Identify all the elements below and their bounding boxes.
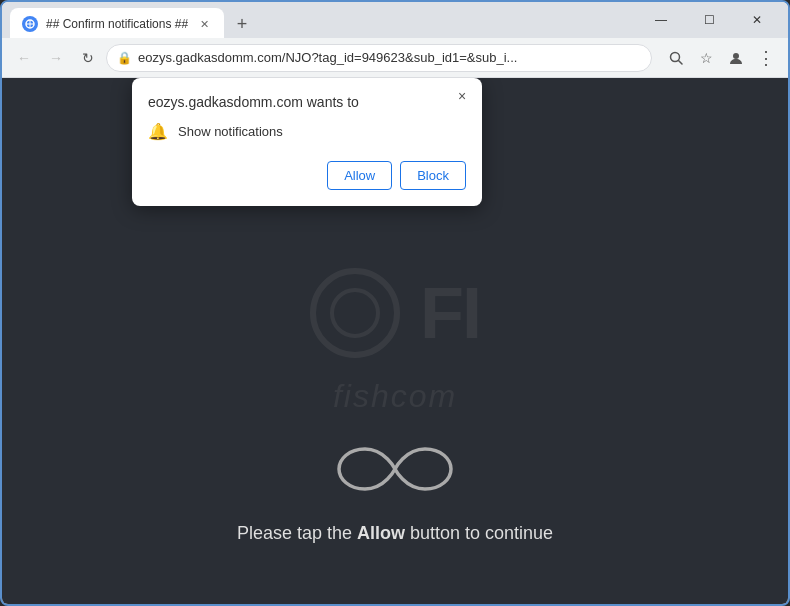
popup-close-button[interactable]: × (452, 86, 472, 106)
search-icon-button[interactable] (662, 44, 690, 72)
maximize-button[interactable]: ☐ (686, 4, 732, 36)
active-tab[interactable]: ## Confirm notifications ## ✕ (10, 8, 224, 38)
close-button[interactable]: ✕ (734, 4, 780, 36)
popup-notification-row: 🔔 Show notifications (148, 122, 466, 141)
back-button[interactable]: ← (10, 44, 38, 72)
block-button[interactable]: Block (400, 161, 466, 190)
tab-close-button[interactable]: ✕ (196, 16, 212, 32)
address-bar: ← → ↻ 🔒 eozys.gadkasdomm.com/NJO?tag_id=… (2, 38, 788, 78)
window-controls: — ☐ ✕ (638, 4, 780, 36)
address-actions: ☆ ⋮ (662, 44, 780, 72)
watermark-inner-circle (330, 288, 380, 338)
popup-buttons: Allow Block (148, 161, 466, 190)
watermark-circle (310, 268, 400, 358)
instruction-suffix: button to continue (405, 523, 553, 543)
popup-site-text: eozys.gadkasdomm.com wants to (148, 94, 466, 110)
page-content: FI fishcom Please tap the Allow button t… (2, 78, 788, 604)
watermark-logo: FI (310, 268, 480, 358)
bell-icon: 🔔 (148, 122, 168, 141)
notification-popup: × eozys.gadkasdomm.com wants to 🔔 Show n… (132, 78, 482, 206)
tab-title: ## Confirm notifications ## (46, 17, 188, 31)
instruction-text: Please tap the Allow button to continue (237, 523, 553, 544)
title-bar: ## Confirm notifications ## ✕ + — ☐ ✕ (2, 2, 788, 38)
bookmark-icon-button[interactable]: ☆ (692, 44, 720, 72)
instruction-allow-word: Allow (357, 523, 405, 543)
url-text: eozys.gadkasdomm.com/NJO?tag_id=949623&s… (138, 50, 641, 65)
tab-area: ## Confirm notifications ## ✕ + (10, 2, 634, 38)
watermark-text: FI (420, 272, 480, 354)
popup-notification-label: Show notifications (178, 124, 283, 139)
address-input[interactable]: 🔒 eozys.gadkasdomm.com/NJO?tag_id=949623… (106, 44, 652, 72)
forward-button[interactable]: → (42, 44, 70, 72)
menu-button[interactable]: ⋮ (752, 44, 780, 72)
browser-window: ## Confirm notifications ## ✕ + — ☐ ✕ ← … (0, 0, 790, 606)
svg-line-2 (679, 60, 683, 64)
refresh-button[interactable]: ↻ (74, 44, 102, 72)
svg-point-3 (733, 53, 739, 59)
lock-icon: 🔒 (117, 51, 132, 65)
center-content: Please tap the Allow button to continue (2, 439, 788, 544)
minimize-button[interactable]: — (638, 4, 684, 36)
infinity-icon (335, 439, 455, 503)
instruction-prefix: Please tap the (237, 523, 357, 543)
allow-button[interactable]: Allow (327, 161, 392, 190)
watermark-site-text: fishcom (333, 378, 457, 415)
tab-favicon (22, 16, 38, 32)
new-tab-button[interactable]: + (228, 10, 256, 38)
profile-icon-button[interactable] (722, 44, 750, 72)
